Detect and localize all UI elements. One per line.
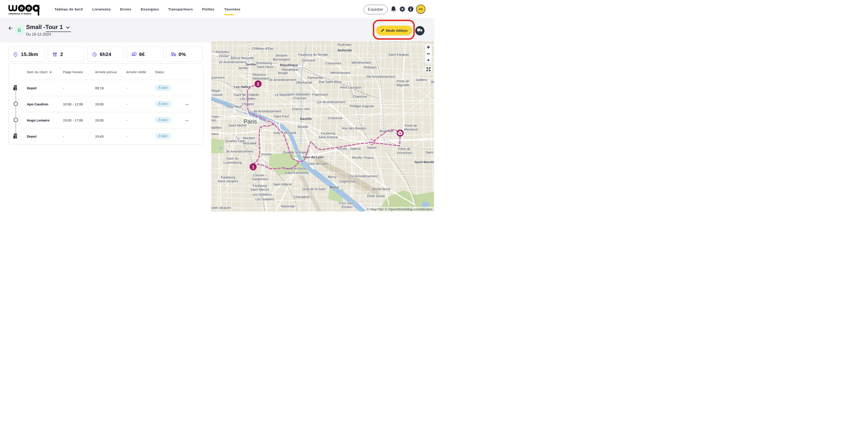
svg-text:© MapTiler © OpenStreetMap con: © MapTiler © OpenStreetMap contributors	[367, 207, 432, 211]
svg-text:Porte de: Porte de	[405, 124, 417, 128]
svg-text:Censier –: Censier –	[253, 173, 267, 177]
svg-text:commerce in motion: commerce in motion	[9, 12, 31, 15]
svg-text:Saint-Mandé: Saint-Mandé	[414, 160, 434, 164]
svg-text:Pelleport: Pelleport	[364, 65, 376, 69]
svg-text:Musée du Louvre: Musée du Louvre	[211, 93, 222, 96]
svg-text:Les Gobelins: Les Gobelins	[252, 193, 272, 196]
svg-text:Les Gobelins: Les Gobelins	[255, 197, 275, 201]
svg-text:Dugommier: Dugommier	[339, 179, 356, 183]
svg-text:Ménilmontant: Ménilmontant	[330, 71, 350, 75]
svg-text:2: 2	[257, 82, 259, 86]
svg-text:Pyrénées: Pyrénées	[338, 43, 351, 47]
svg-text:4e Arrondissement: 4e Arrondissement	[254, 110, 281, 113]
svg-text:Gare d'Austerlitz: Gare d'Austerlitz	[285, 171, 309, 174]
svg-text:Réaumur –: Réaumur –	[252, 73, 269, 76]
svg-text:Bonsergent: Bonsergent	[273, 58, 290, 61]
svg-text:Émilion: Émilion	[342, 205, 352, 209]
svg-text:Porte de: Porte de	[397, 79, 409, 83]
svg-text:Sully – Morland: Sully – Morland	[273, 131, 296, 135]
svg-text:Gare du: Gare du	[227, 157, 238, 160]
svg-text:Saint-Marcel: Saint-Marcel	[273, 182, 291, 186]
svg-text:Reuilly: Reuilly	[352, 156, 362, 159]
svg-text:Quartier Latin: Quartier Latin	[225, 139, 245, 143]
svg-text:Saint-Mar: Saint-Mar	[426, 150, 434, 154]
svg-text:Bercy: Bercy	[330, 186, 339, 189]
svg-text:Les Halles: Les Halles	[234, 85, 250, 89]
svg-text:11e Arrondissement: 11e Arrondissement	[316, 100, 345, 104]
svg-text:Ménilmontant: Ménilmontant	[351, 61, 371, 64]
svg-text:Faubourg du Temple: Faubourg du Temple	[298, 53, 328, 56]
svg-text:Mutualité: Mutualité	[243, 141, 257, 145]
svg-text:Nation: Nation	[367, 146, 376, 149]
svg-text:Parmentier: Parmentier	[308, 76, 324, 80]
svg-text:Reuilly - Diderot: Reuilly - Diderot	[337, 147, 361, 150]
svg-text:2e Arrondissement: 2e Arrondissement	[219, 60, 246, 64]
svg-text:Luxembourg: Luxembourg	[223, 161, 242, 164]
svg-text:Montreuil: Montreuil	[404, 128, 418, 131]
svg-text:Saint-Marcel: Saint-Marcel	[250, 188, 269, 191]
svg-text:Vincennes: Vincennes	[397, 151, 412, 154]
svg-text:Bercy: Bercy	[328, 175, 336, 179]
svg-text:Sébastopol: Sébastopol	[252, 77, 269, 80]
svg-text:Gare de Lyon: Gare de Lyon	[308, 162, 328, 166]
svg-text:Faubourg: Faubourg	[221, 175, 235, 179]
svg-text:5e Arrondissement: 5e Arrondissement	[226, 150, 254, 153]
svg-text:République: République	[282, 68, 298, 72]
svg-text:Richelieu: Richelieu	[216, 50, 229, 54]
svg-text:Jacques: Jacques	[275, 54, 287, 57]
svg-text:Saint-Denis: Saint-Denis	[257, 65, 274, 69]
svg-text:Strasbourg –: Strasbourg –	[256, 61, 275, 65]
svg-text:Paris: Paris	[243, 118, 257, 125]
svg-text:Bastille: Bastille	[300, 117, 312, 121]
svg-text:Palais Royal -: Palais Royal -	[211, 89, 222, 92]
svg-text:Charonne: Charonne	[328, 116, 343, 120]
svg-text:Saint-Fargeau: Saint-Fargeau	[388, 53, 409, 56]
svg-text:Couronnes: Couronnes	[325, 61, 341, 65]
svg-text:Chemin Vert: Chemin Vert	[292, 107, 310, 111]
svg-text:12e Arrondissement: 12e Arrondissement	[349, 174, 378, 178]
svg-text:Faubourg: Faubourg	[253, 184, 267, 188]
svg-text:Porte de: Porte de	[398, 147, 411, 151]
svg-text:ssement: ssement	[211, 132, 218, 136]
svg-text:Philippe Auguste: Philippe Auguste	[349, 104, 374, 108]
svg-text:Saint-Antoine: Saint-Antoine	[318, 135, 338, 139]
svg-text:Bagnolet: Bagnolet	[396, 83, 409, 87]
svg-text:Popincourt: Popincourt	[312, 93, 328, 96]
svg-text:Quai de la Rapée: Quai de la Rapée	[283, 150, 309, 154]
svg-text:20e Arrondissement: 20e Arrondissement	[366, 75, 395, 79]
svg-text:Germain-: Germain-	[211, 115, 220, 118]
svg-text:Sentier: Sentier	[238, 66, 249, 70]
svg-text:Jussieu: Jussieu	[261, 152, 272, 156]
svg-text:Mabillon: Mabillon	[211, 126, 221, 130]
svg-text:Daubenton: Daubenton	[252, 177, 268, 181]
svg-text:Père Lachaise: Père Lachaise	[340, 86, 361, 89]
svg-text:Porte Dorée: Porte Dorée	[367, 194, 385, 198]
svg-text:Bastille: Bastille	[298, 125, 308, 129]
svg-text:Sentier: Sentier	[245, 62, 257, 66]
svg-text:Chevaleret: Chevaleret	[294, 195, 310, 199]
svg-text:Pont Neuf: Pont Neuf	[227, 105, 242, 108]
svg-text:Goncourt: Goncourt	[302, 58, 315, 62]
svg-text:Temple: Temple	[277, 71, 288, 75]
svg-text:Rue des Boulets: Rue des Boulets	[342, 126, 366, 130]
svg-text:3e Arrondissement: 3e Arrondissement	[269, 78, 296, 82]
svg-text:Saint-Jacques: Saint-Jacques	[211, 206, 231, 209]
svg-text:Saint-Sébastien: Saint-Sébastien	[287, 92, 310, 96]
svg-text:Saint-Paul: Saint-Paul	[274, 114, 289, 118]
svg-text:Quai de la Gare: Quai de la Gare	[303, 187, 326, 191]
svg-text:Bagnolet: Bagnolet	[431, 80, 434, 84]
svg-text:Gare de Châtelet: Gare de Châtelet	[234, 93, 259, 96]
svg-text:Picpus: Picpus	[364, 156, 374, 159]
svg-text:– Les Halles: – Les Halles	[238, 97, 256, 101]
svg-text:– Drouot: – Drouot	[216, 54, 229, 58]
svg-text:1: 1	[252, 165, 254, 169]
svg-text:Oberkampf: Oberkampf	[296, 81, 312, 84]
svg-text:Faubourg: Faubourg	[321, 132, 335, 135]
svg-text:– Froissart: – Froissart	[291, 96, 307, 100]
svg-text:Charonne: Charonne	[352, 95, 367, 98]
svg-text:Michel Bizot: Michel Bizot	[372, 187, 390, 191]
svg-text:Gallieni: Gallieni	[416, 78, 427, 82]
svg-text:ondissement: ondissement	[211, 76, 225, 79]
svg-text:Château d'Eau: Château d'Eau	[252, 47, 273, 50]
svg-text:Rue Saint-Maur: Rue Saint-Maur	[318, 80, 342, 84]
